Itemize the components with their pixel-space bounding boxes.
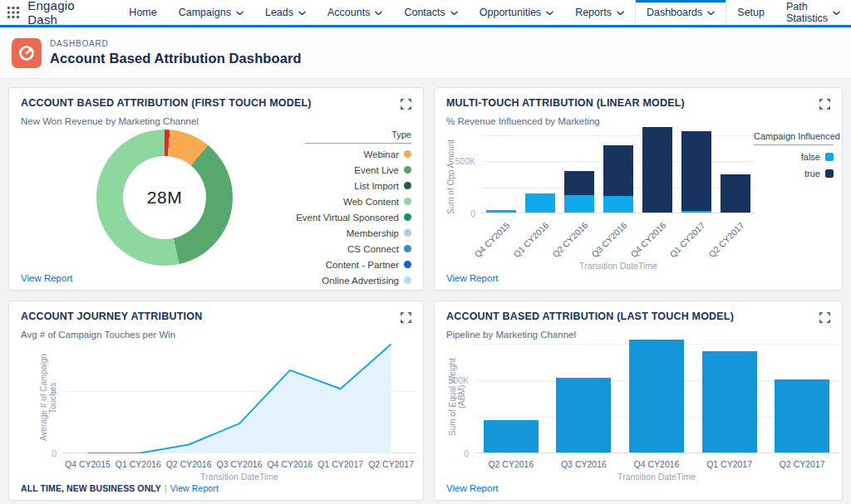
nav-tab-label: Dashboards bbox=[647, 7, 702, 18]
expand-icon[interactable] bbox=[401, 98, 411, 113]
bar-segment-false[interactable] bbox=[486, 210, 516, 213]
line-chart[interactable]: 05Q4 CY2015Q1 CY2016Q2 CY2016Q3 CY2016Q4… bbox=[62, 338, 416, 453]
x-tick-label: Q1 CY2017 bbox=[693, 459, 766, 469]
nav-tab-home[interactable]: Home bbox=[118, 0, 167, 25]
legend-item-label: List Import bbox=[354, 181, 399, 191]
x-tick-label: Q2 CY2017 bbox=[358, 459, 425, 469]
chevron-down-icon bbox=[833, 7, 840, 18]
panel-title: ACCOUNT JOURNEY ATTRIBUTION bbox=[21, 311, 202, 322]
legend-item[interactable]: Membership bbox=[305, 225, 411, 241]
nav-tab-label: Opportunities bbox=[480, 7, 541, 18]
nav-tab-reports[interactable]: Reports bbox=[564, 0, 635, 25]
app-launcher-icon[interactable] bbox=[0, 0, 26, 25]
bar-segment-true[interactable] bbox=[721, 174, 750, 213]
nav-tab-path-statistics[interactable]: Path Statistics bbox=[775, 0, 851, 25]
legend-color-dot bbox=[404, 229, 411, 237]
bar-segment-false[interactable] bbox=[564, 195, 594, 213]
nav-tab-label: Setup bbox=[737, 7, 765, 18]
legend-title: Campaign Influenced bbox=[754, 131, 834, 145]
x-axis-label: Transition DateTime bbox=[475, 472, 839, 482]
bar-segment-true[interactable] bbox=[681, 131, 711, 211]
bar[interactable] bbox=[702, 351, 757, 453]
legend-item[interactable]: false bbox=[754, 149, 834, 165]
nav-tab-label: Accounts bbox=[327, 7, 370, 18]
nav-tab-bar: HomeCampaignsLeadsAccountsContactsOpport… bbox=[118, 0, 851, 25]
bar[interactable] bbox=[484, 420, 539, 453]
nav-tab-label: Reports bbox=[575, 7, 612, 18]
legend-color-dot bbox=[404, 198, 411, 205]
nav-tab-label: Leads bbox=[265, 7, 293, 18]
legend-item[interactable]: List Import bbox=[305, 178, 411, 193]
bar-segment-true[interactable] bbox=[564, 171, 594, 194]
nav-tab-opportunities[interactable]: Opportunities bbox=[469, 0, 564, 25]
x-tick-label: Q4 CY2016 bbox=[620, 459, 693, 469]
nav-tab-dashboards[interactable]: Dashboards bbox=[635, 0, 726, 25]
nav-tab-leads[interactable]: Leads bbox=[254, 0, 317, 25]
panel-multi-touch: MULTI-TOUCH ATTRIBUTION (LINEAR MODEL) %… bbox=[434, 87, 843, 291]
legend-item[interactable]: Webinar bbox=[305, 146, 411, 162]
legend-item[interactable]: Content - Partner bbox=[305, 257, 411, 272]
nav-tab-contacts[interactable]: Contacts bbox=[393, 0, 468, 25]
legend-color-swatch bbox=[825, 169, 834, 178]
legend-color-dot bbox=[404, 276, 411, 284]
legend-color-dot bbox=[404, 245, 411, 252]
chevron-down-icon bbox=[236, 7, 243, 18]
legend-item[interactable]: true bbox=[754, 165, 834, 182]
legend-item[interactable]: Event Live bbox=[305, 162, 411, 178]
legend-item[interactable]: Online Advertising bbox=[305, 272, 411, 288]
donut-chart[interactable]: 28M bbox=[96, 130, 233, 266]
legend-item-label: false bbox=[801, 152, 820, 162]
bar-chart[interactable]: 0500KQ2 CY2016Q3 CY2016Q4 CY2016Q1 CY201… bbox=[475, 336, 839, 453]
nav-tab-label: Campaigns bbox=[179, 7, 231, 18]
stacked-legend: Campaign Influenced falsetrue bbox=[754, 131, 834, 182]
stacked-bar-chart[interactable]: 0500KQ4 CY2015Q1 CY2016Q2 CY2016Q3 CY201… bbox=[481, 125, 755, 213]
bar-segment-true[interactable] bbox=[603, 145, 633, 196]
chevron-down-icon bbox=[450, 7, 458, 18]
legend-item[interactable]: CS Connect bbox=[305, 241, 411, 257]
donut-hole: 28M bbox=[123, 156, 206, 239]
x-tick-label: Q2 CY2017 bbox=[765, 459, 839, 469]
dashboard-header: DASHBOARD Account Based Attribution Dash… bbox=[0, 27, 851, 79]
bar[interactable] bbox=[556, 378, 611, 453]
x-tick-label: Q2 CY2016 bbox=[475, 459, 548, 469]
legend-item-label: Content - Partner bbox=[326, 260, 399, 270]
legend-color-dot bbox=[404, 166, 411, 174]
bar-segment-false[interactable] bbox=[603, 196, 633, 213]
panel-title: ACCOUNT BASED ATTRIBUTION (LAST TOUCH MO… bbox=[446, 311, 734, 322]
nav-tab-accounts[interactable]: Accounts bbox=[317, 0, 393, 25]
view-report-link[interactable]: View Report bbox=[446, 273, 498, 283]
expand-icon[interactable] bbox=[401, 311, 411, 326]
legend-item[interactable]: Event Virtual Sponsored bbox=[305, 209, 411, 225]
chevron-down-icon bbox=[617, 7, 624, 18]
chevron-down-icon bbox=[298, 7, 306, 18]
legend-item-label: Online Advertising bbox=[322, 276, 399, 286]
bar-segment-true[interactable] bbox=[642, 127, 672, 213]
legend-item[interactable]: Web Content bbox=[305, 193, 411, 209]
y-tick-label: 5 bbox=[23, 386, 57, 396]
bar[interactable] bbox=[629, 340, 684, 453]
expand-icon[interactable] bbox=[819, 98, 830, 113]
nav-tab-campaigns[interactable]: Campaigns bbox=[168, 0, 254, 25]
panel-first-touch: ACCOUNT BASED ATTRIBUTION (FIRST TOUCH M… bbox=[8, 87, 424, 291]
nav-tab-label: Home bbox=[129, 7, 156, 18]
bar-segment-false[interactable] bbox=[681, 211, 711, 213]
panel-title: MULTI-TOUCH ATTRIBUTION (LINEAR MODEL) bbox=[446, 97, 685, 109]
expand-icon[interactable] bbox=[819, 311, 830, 326]
chart-footer: ALL TIME, NEW BUSINESS ONLY|View Report bbox=[21, 483, 219, 493]
filter-note: ALL TIME, NEW BUSINESS ONLY bbox=[21, 483, 161, 493]
legend-item-label: Web Content bbox=[343, 197, 399, 207]
view-report-link[interactable]: View Report bbox=[446, 483, 498, 493]
nav-tab-setup[interactable]: Setup bbox=[726, 0, 775, 25]
chevron-down-icon bbox=[546, 7, 553, 18]
view-report-link[interactable]: View Report bbox=[21, 273, 72, 283]
legend-item-label: Event Virtual Sponsored bbox=[296, 213, 399, 223]
view-report-link[interactable]: View Report bbox=[170, 483, 219, 493]
legend-item-label: true bbox=[804, 169, 820, 179]
y-axis-label: Average # of Campaign Touches bbox=[39, 341, 57, 454]
gridline bbox=[481, 135, 755, 136]
legend-title: Type bbox=[305, 130, 411, 144]
legend-color-dot bbox=[404, 150, 411, 158]
bar[interactable] bbox=[775, 379, 829, 453]
bar-segment-false[interactable] bbox=[525, 193, 555, 213]
legend-item-label: Membership bbox=[347, 228, 399, 238]
